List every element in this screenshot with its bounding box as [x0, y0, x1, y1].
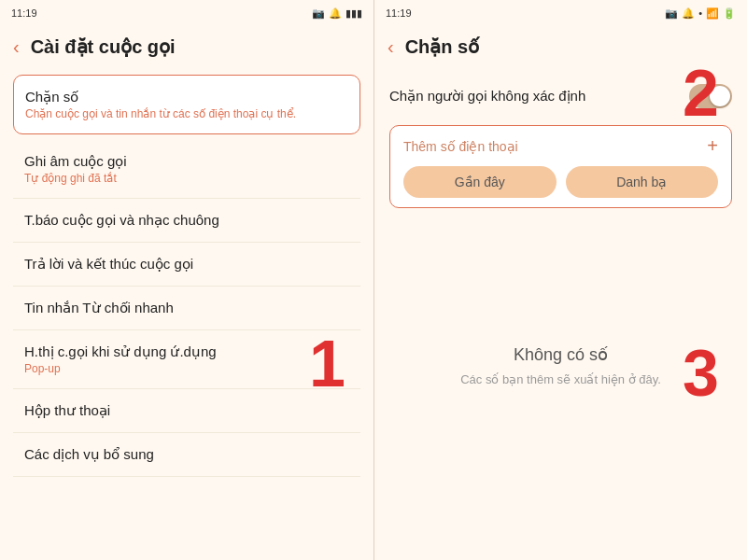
menu-item-tu-choi[interactable]: Tin nhắn Từ chối nhanh [13, 287, 360, 330]
left-panel: 11:19 📷 🔔 ▮▮▮ ‹ Cài đặt cuộc gọi Chặn số… [0, 0, 374, 560]
menu-item-tu-choi-title: Tin nhắn Từ chối nhanh [24, 300, 349, 316]
action-buttons-row: Gần đây Danh bạ [403, 166, 718, 198]
right-content: Chặn người gọi không xác định Thêm số đi… [374, 67, 747, 560]
phone-input-row: Thêm số điện thoại + [403, 135, 718, 157]
right-page-title: Chặn số [405, 35, 480, 58]
left-status-icons: 📷 🔔 ▮▮▮ [312, 7, 362, 20]
block-unknown-toggle[interactable] [689, 84, 732, 108]
toggle-track[interactable] [689, 84, 732, 108]
menu-item-tbao[interactable]: T.báo cuộc gọi và nhạc chuông [13, 199, 360, 243]
right-time: 11:19 [386, 7, 412, 19]
phone-input-placeholder[interactable]: Thêm số điện thoại [403, 139, 518, 154]
r-message-icon: 🔔 [682, 7, 695, 20]
block-unknown-label: Chặn người gọi không xác định [389, 88, 585, 105]
right-status-bar: 11:19 📷 🔔 • 📶 🔋 [374, 0, 747, 26]
right-back-button[interactable]: ‹ [388, 36, 394, 58]
menu-item-dich-vu-title: Các dịch vụ bổ sung [24, 446, 349, 463]
left-page-title: Cài đặt cuộc gọi [31, 35, 176, 58]
camera-icon: 📷 [312, 7, 325, 20]
r-battery-icon: 🔋 [723, 7, 736, 20]
recent-button[interactable]: Gần đây [403, 166, 557, 198]
r-dot-icon: • [698, 7, 702, 19]
left-time: 11:19 [11, 7, 37, 19]
signal-icon: ▮▮▮ [345, 7, 362, 20]
menu-item-hop-thu[interactable]: Hộp thư thoại [13, 389, 360, 433]
menu-item-tra-loi[interactable]: Trả lời và kết thúc cuộc gọi [13, 243, 360, 287]
right-header: ‹ Chặn số [374, 26, 747, 67]
menu-item-ghi-am-title: Ghi âm cuộc gọi [24, 153, 349, 170]
r-wifi-icon: 📶 [706, 7, 719, 20]
menu-item-chan-so[interactable]: Chặn số Chặn cuộc gọi và tin nhắn từ các… [13, 75, 360, 134]
menu-item-chan-so-subtitle: Chặn cuộc gọi và tin nhắn từ các số điện… [25, 107, 348, 120]
menu-item-hien-thi-subtitle: Pop-up [24, 362, 349, 375]
r-camera-icon: 📷 [665, 7, 678, 20]
menu-item-ghi-am-subtitle: Tự động ghi đã tắt [24, 172, 349, 185]
empty-desc: Các số bạn thêm sẽ xuất hiện ở đây. [460, 372, 661, 386]
left-back-button[interactable]: ‹ [13, 36, 20, 58]
settings-menu-list: Chặn số Chặn cuộc gọi và tin nhắn từ các… [0, 67, 374, 560]
menu-item-tbao-title: T.báo cuộc gọi và nhạc chuông [24, 212, 349, 229]
right-status-icons: 📷 🔔 • 📶 🔋 [665, 7, 736, 20]
empty-title: Không có số [514, 344, 608, 365]
menu-item-chan-so-title: Chặn số [25, 89, 348, 105]
menu-item-ghi-am[interactable]: Ghi âm cuộc gọi Tự động ghi đã tắt [13, 140, 360, 199]
menu-item-hien-thi-title: H.thị c.gọi khi sử dụng ứ.dụng [24, 343, 349, 360]
toggle-thumb [710, 86, 730, 106]
left-status-bar: 11:19 📷 🔔 ▮▮▮ [0, 0, 374, 26]
block-number-screen: 11:19 📷 🔔 • 📶 🔋 ‹ Chặn số Chặn người gọi… [374, 0, 747, 560]
right-panel: 11:19 📷 🔔 • 📶 🔋 ‹ Chặn số Chặn người gọi… [374, 0, 747, 560]
menu-item-hien-thi[interactable]: H.thị c.gọi khi sử dụng ứ.dụng Pop-up [13, 330, 360, 389]
menu-item-tra-loi-title: Trả lời và kết thúc cuộc gọi [24, 256, 349, 273]
call-settings-screen: 11:19 📷 🔔 ▮▮▮ ‹ Cài đặt cuộc gọi Chặn số… [0, 0, 374, 560]
empty-state: Không có số Các số bạn thêm sẽ xuất hiện… [389, 219, 732, 549]
menu-item-hop-thu-title: Hộp thư thoại [24, 402, 349, 419]
phone-input-box: Thêm số điện thoại + Gần đây Danh bạ [389, 125, 732, 208]
notification-icon: 🔔 [329, 7, 342, 20]
menu-item-dich-vu[interactable]: Các dịch vụ bổ sung [13, 433, 360, 477]
left-header: ‹ Cài đặt cuộc gọi [0, 26, 374, 67]
add-phone-icon[interactable]: + [707, 135, 718, 157]
block-unknown-caller-row: Chặn người gọi không xác định [389, 78, 732, 114]
contacts-button[interactable]: Danh bạ [566, 166, 719, 198]
